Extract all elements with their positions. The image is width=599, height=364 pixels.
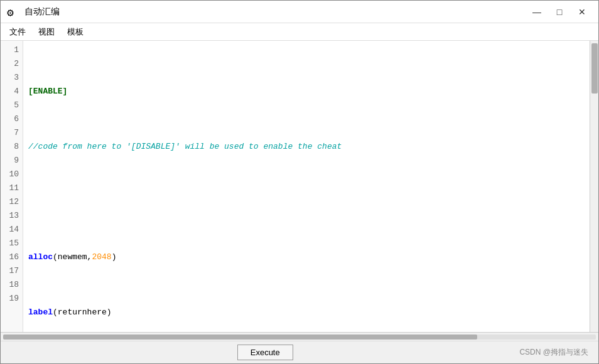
watermark: CSDN @拇指与迷失 [519,347,588,358]
code-line-3 [28,195,585,209]
title-bar-buttons: — □ ✕ [527,4,592,19]
minimize-button[interactable]: — [527,4,547,19]
bottom-bar: Execute CSDN @拇指与迷失 [1,341,598,363]
code-line-1: [ENABLE] [28,85,585,99]
maximize-button[interactable]: □ [549,4,569,19]
horizontal-scroll-thumb[interactable] [3,335,477,340]
vertical-scrollbar-thumb[interactable] [591,43,598,94]
code-line-2: //code from here to '[DISABLE]' will be … [28,140,585,154]
window-title: 自动汇编 [24,6,60,18]
menu-template[interactable]: 模板 [61,25,90,39]
line-numbers: 1 2 3 4 5 6 7 8 9 10 11 12 13 14 15 16 1… [1,41,23,332]
main-window: ⚙️ 自动汇编 — □ ✕ 文件 视图 模板 1 2 3 4 5 6 7 8 9… [0,0,599,364]
menu-file[interactable]: 文件 [3,25,32,39]
code-editor[interactable]: [ENABLE] //code from here to '[DISABLE]'… [23,41,590,332]
app-icon: ⚙️ [7,6,19,18]
menu-bar: 文件 视图 模板 [1,23,598,41]
execute-button[interactable]: Execute [237,345,293,360]
title-bar: ⚙️ 自动汇编 — □ ✕ [1,1,598,23]
menu-view[interactable]: 视图 [32,25,61,39]
horizontal-scroll-track [3,335,596,340]
close-button[interactable]: ✕ [572,4,592,19]
horizontal-scrollbar[interactable] [1,332,598,341]
editor-area: 1 2 3 4 5 6 7 8 9 10 11 12 13 14 15 16 1… [1,41,598,332]
vertical-scrollbar[interactable] [590,41,598,332]
code-line-4: alloc(newmem,2048) [28,250,585,264]
code-line-5: label(returnhere) [28,306,585,319]
title-bar-left: ⚙️ 自动汇编 [7,6,60,18]
